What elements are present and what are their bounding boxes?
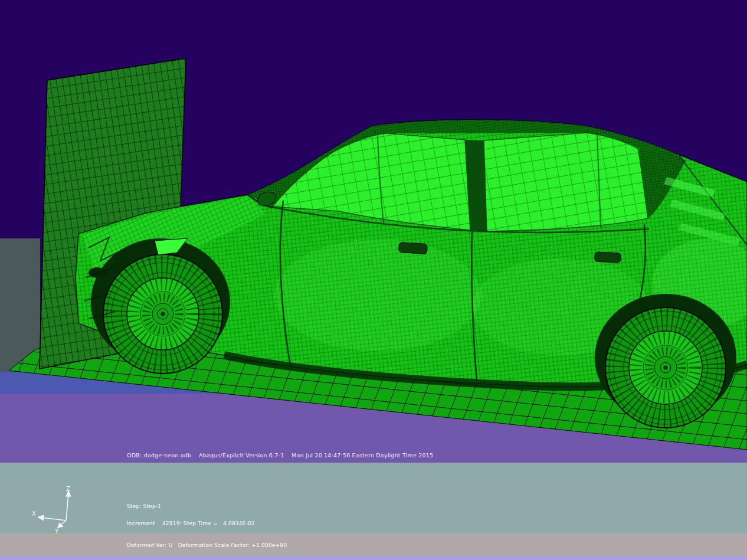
rear-door-handle — [595, 252, 621, 263]
z-axis-label: Z — [66, 486, 70, 492]
deformed-var-label: Deformed Var: U Deformation Scale Factor… — [127, 543, 287, 549]
bottom-tan-band — [0, 533, 747, 556]
step-label: Step: Step-1 — [127, 504, 287, 510]
status-block: Step: Step-1 Increment 42819: Step Time … — [127, 493, 287, 560]
rear-window-glass — [484, 133, 648, 231]
door-highlight — [274, 239, 481, 351]
y-axis-label: Y — [54, 528, 59, 535]
abaqus-viewport[interactable]: ODB: dodge-neon.odb Abaqus/Explicit Vers… — [0, 0, 747, 560]
rear-wheel — [605, 307, 726, 428]
x-axis-arrowhead — [38, 516, 44, 520]
headlight-debris — [89, 267, 106, 278]
odb-title-line: ODB: dodge-neon.odb Abaqus/Explicit Vers… — [127, 452, 433, 459]
crash-simulation-scene[interactable] — [0, 0, 747, 463]
x-axis-label: X — [32, 510, 36, 517]
orientation-triad: Z X Y — [28, 485, 81, 535]
front-wheel — [103, 254, 222, 374]
z-axis-line — [66, 494, 68, 520]
x-axis-line — [41, 518, 66, 520]
increment-label: Increment 42819: Step Time = 4.0834E-02 — [127, 521, 287, 527]
bottom-periwinkle-strip — [0, 556, 747, 560]
front-door-handle — [398, 242, 427, 254]
status-area-band — [0, 463, 747, 533]
